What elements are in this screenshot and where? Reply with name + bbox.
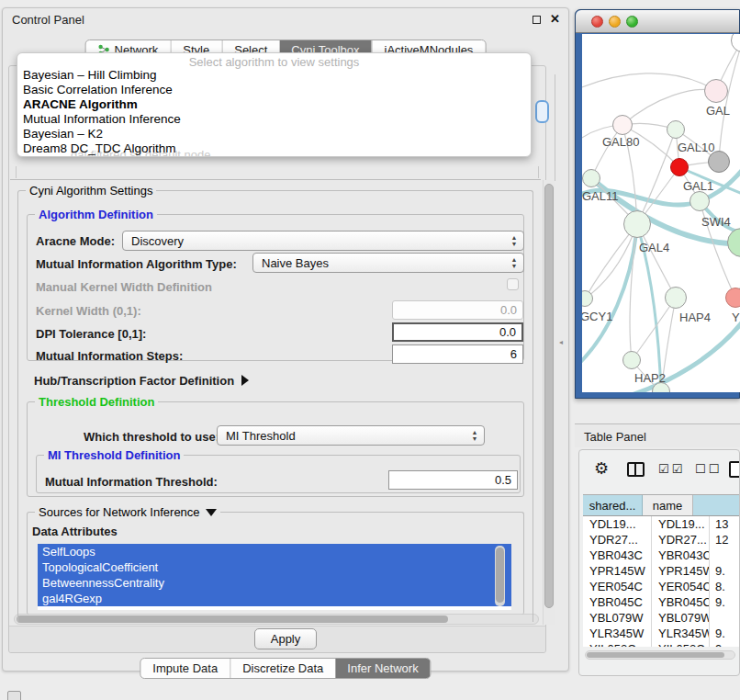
group-title: Algorithm Definition <box>35 208 157 221</box>
attribute-list-item[interactable]: TopologicalCoefficient <box>38 559 511 575</box>
apply-button[interactable]: Apply <box>254 628 317 649</box>
network-node-gal11[interactable] <box>582 169 600 187</box>
network-window-titlebar[interactable] <box>576 10 739 33</box>
attribute-list-item[interactable]: gal4RGexp <box>38 591 511 606</box>
column-header-shared-name[interactable]: shared... <box>583 495 643 515</box>
vertical-scrollbar[interactable] <box>543 180 555 625</box>
table-cell: YBR043C <box>652 548 710 563</box>
table-row[interactable]: YBL079WYBL079W <box>583 610 740 626</box>
network-node-y[interactable] <box>725 288 740 308</box>
select-all-icon[interactable]: ☑☑ <box>658 462 685 476</box>
network-view-window: GALGAL80GAL10GAL1GAL11SWI4GAL4GCY1HAP4YH… <box>575 9 740 399</box>
mac-close-button[interactable] <box>591 16 603 28</box>
data-attributes-list[interactable]: SelfLoopsTopologicalCoefficientBetweenne… <box>38 544 511 610</box>
dpi-tolerance-label: DPI Tolerance [0,1]: <box>36 327 146 341</box>
network-node-gal1[interactable] <box>670 158 689 176</box>
table-cell: YBL079W <box>583 610 652 626</box>
aracne-mode-label: Aracne Mode: <box>36 234 115 248</box>
table-cell: 9. <box>710 594 740 610</box>
table-row[interactable]: YLR345WYLR345W9. <box>583 626 740 641</box>
scrollbar-thumb[interactable] <box>587 652 724 658</box>
table-row[interactable]: YIL052CYIL052C9. <box>583 641 740 647</box>
mi-threshold-field[interactable]: 0.5 <box>388 470 518 490</box>
table-row[interactable]: YBR045CYBR045C9. <box>583 594 740 610</box>
network-node-gal4[interactable] <box>623 210 651 238</box>
scrollbar-thumb[interactable] <box>496 548 504 603</box>
tab-discretize-data[interactable]: Discretize Data <box>230 659 335 678</box>
minimized-panel-icon[interactable] <box>7 691 21 700</box>
table-row[interactable]: YER054CYER054C8. <box>583 579 740 594</box>
algorithm-option[interactable]: Basic Correlation Inference <box>17 83 531 97</box>
table-horizontal-scrollbar[interactable] <box>585 650 735 660</box>
group-title: MI Threshold Definition <box>44 448 184 462</box>
algorithm-dropdown-popup: Select algorithm to view settings gal-fi… <box>17 52 532 157</box>
table-row[interactable]: YPR145WYPR145W9. <box>583 563 740 579</box>
float-window-icon[interactable] <box>533 16 541 24</box>
tab-infer-network[interactable]: Infer Network <box>335 659 430 678</box>
hub-definition-label: Hub/Transcription Factor Definition <box>34 374 234 388</box>
kernel-width-field[interactable]: 0.0 <box>392 300 523 320</box>
attribute-list-item[interactable]: SelfLoops <box>38 544 511 559</box>
table-panel-title: Table Panel <box>584 430 646 444</box>
mac-minimize-button[interactable] <box>609 16 621 28</box>
split-divider-arrow-icon[interactable]: ◂ <box>559 339 565 345</box>
table-cell: YBR043C <box>583 548 652 563</box>
node-label: GAL <box>706 104 730 118</box>
table-cell: 13 <box>710 516 740 532</box>
scrollbar-thumb[interactable] <box>544 184 554 608</box>
algorithm-option[interactable]: ARACNE Algorithm <box>17 97 531 112</box>
network-node-gal10[interactable] <box>667 120 685 139</box>
mi-algorithm-type-select[interactable]: Naive Bayes ▲▼ <box>252 253 524 273</box>
column-header-clipped[interactable] <box>693 495 740 515</box>
network-node-gal80[interactable] <box>612 115 633 135</box>
network-node[interactable] <box>708 151 730 173</box>
hub-definition-toggle[interactable]: Hub/Transcription Factor Definition <box>34 374 249 388</box>
node-label: GAL4 <box>639 241 669 254</box>
node-table: shared... name YDL19...YDL19...13YDR27..… <box>583 494 740 647</box>
aracne-mode-select[interactable]: Discovery ▲▼ <box>122 231 524 251</box>
close-icon[interactable]: ✕ <box>550 12 560 26</box>
algorithm-option[interactable]: Bayesian – K2 <box>17 127 531 141</box>
algorithm-option[interactable]: Bayesian – Hill Climbing <box>17 68 531 83</box>
node-label: GAL11 <box>582 189 619 203</box>
network-node-swi4[interactable] <box>690 191 710 211</box>
dpi-tolerance-field[interactable]: 0.0 <box>392 322 523 342</box>
table-cell <box>710 548 740 563</box>
network-node-hap4[interactable] <box>665 287 687 309</box>
node-label: GAL10 <box>678 141 714 154</box>
attribute-list-item[interactable]: BetweennessCentrality <box>38 575 511 591</box>
algorithm-options-list: Bayesian – Hill ClimbingBasic Correlatio… <box>17 68 531 156</box>
attributes-scrollbar[interactable] <box>495 546 505 606</box>
network-canvas[interactable]: GALGAL80GAL10GAL1GAL11SWI4GAL4GCY1HAP4YH… <box>582 34 740 392</box>
table-cell: YDL19... <box>583 516 652 532</box>
which-threshold-label: Which threshold to use: <box>84 430 219 444</box>
which-threshold-value: MI Threshold <box>226 429 296 443</box>
mi-steps-label: Mutual Information Steps: <box>36 349 183 363</box>
table-row[interactable]: YDL19...YDL19...13 <box>583 516 740 532</box>
table-cell: YDR27... <box>583 532 652 548</box>
mi-steps-field[interactable]: 6 <box>392 344 523 364</box>
table-row[interactable]: YBR043CYBR043C <box>583 548 740 563</box>
table-row[interactable]: YDR27...YDR27...12 <box>583 532 740 548</box>
network-node-gal[interactable] <box>704 79 728 103</box>
gear-icon[interactable]: ⚙ <box>594 459 609 478</box>
which-threshold-select[interactable]: MI Threshold ▲▼ <box>217 425 485 446</box>
mac-zoom-button[interactable] <box>626 16 638 28</box>
sources-toggle[interactable]: Sources for Network Inference <box>35 505 220 519</box>
new-table-icon[interactable] <box>729 461 740 478</box>
network-node-hap2[interactable] <box>622 351 641 369</box>
screen: Control Panel ✕ Network Style Select Cyn… <box>0 0 740 700</box>
node-label: GAL80 <box>602 135 639 149</box>
node-label: Y <box>732 310 740 324</box>
mi-type-value: Naive Bayes <box>262 256 329 270</box>
manual-kernel-checkbox[interactable] <box>507 278 519 290</box>
column-layout-icon[interactable] <box>627 462 645 477</box>
column-header-name[interactable]: name <box>643 495 693 515</box>
tab-impute-data[interactable]: Impute Data <box>140 659 230 678</box>
hidden-group-border-stub <box>16 166 17 178</box>
hidden-group-border-stub <box>538 166 539 178</box>
deselect-all-icon[interactable]: ☐☐ <box>695 462 722 476</box>
algorithm-option[interactable]: Dream8 DC_TDC Algorithm <box>17 141 531 156</box>
mi-threshold-label: Mutual Information Threshold: <box>45 475 218 489</box>
algorithm-option[interactable]: Mutual Information Inference <box>17 112 531 127</box>
